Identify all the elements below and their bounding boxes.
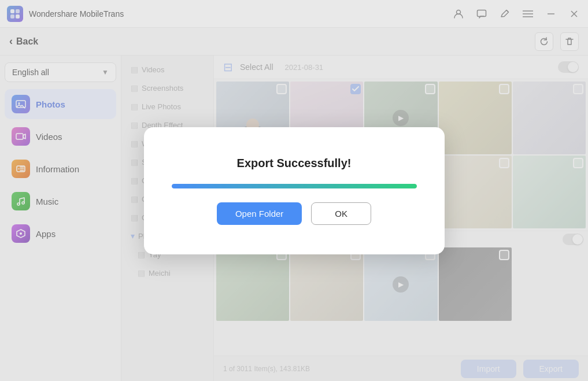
- export-success-modal: Export Successfully! Open Folder OK: [144, 127, 445, 254]
- ok-button[interactable]: OK: [311, 202, 371, 225]
- modal-progress-fill: [172, 184, 417, 188]
- modal-progress-bar: [172, 184, 417, 188]
- modal-overlay: Export Successfully! Open Folder OK: [0, 0, 588, 381]
- modal-buttons: Open Folder OK: [217, 202, 371, 225]
- open-folder-button[interactable]: Open Folder: [217, 202, 302, 225]
- modal-title: Export Successfully!: [237, 157, 352, 170]
